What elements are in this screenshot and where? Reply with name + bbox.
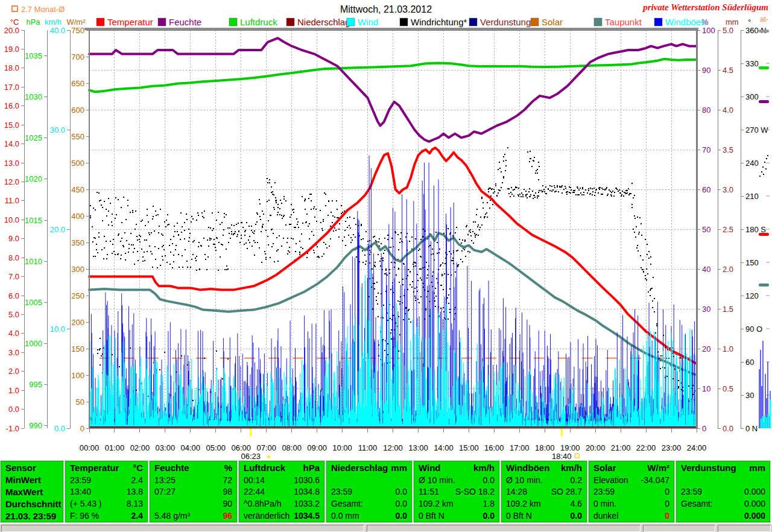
axis-tick-label: 20 [702,344,710,353]
table-cell-label: 23:59 [331,487,352,496]
table-row: F: 96 %2.4 [66,510,147,522]
table-cell-value: 0 [665,511,669,521]
table-header-name: Solar [593,463,616,473]
axis-tick-label: 8.0 [8,253,19,262]
edge-direction-dot [761,171,762,173]
station-name: private Wetterstation Süderlügum [642,2,768,12]
x-axis-label: 03:00 [156,443,176,452]
table-cell-value: 1034.5 [294,511,320,521]
axis-tick-label: 60 [702,185,710,194]
table-column-temperatur: Temperatur°C23:592.413:4013.8(+ 5.43 )8.… [65,461,148,522]
axis-tick-label: 1.0 [723,344,733,353]
axis-tick-label: 90 [702,66,710,75]
table-header: Windböenkm/h [502,461,586,474]
table-header: SolarW/m² [589,461,674,474]
status-segment [1,525,364,532]
table-cell-value: 2.4 [131,475,143,485]
axis-tick-label: 500 [71,159,84,168]
x-axis-label: 12:00 [383,443,403,452]
table-header: Verdunstungmm [677,461,770,474]
x-axis-label: 18:00 [535,443,555,452]
axis-tick-label: 60 [745,358,754,367]
x-axis-label: 10:00 [332,443,352,452]
edge-current-marker [759,30,769,33]
chart-title: Mittwoch, 21.03.2012 [340,4,432,14]
table-cell-label: 11:51 [419,487,439,496]
axis-tick-label: 450 [71,185,84,194]
table-row: 23:592.4 [66,474,147,486]
weather-station-window: 2.7 Monat-Ø Mittwoch, 21.03.2012 private… [0,0,772,532]
table-header: Windkm/h [414,461,499,474]
edge-direction-dot [765,168,767,169]
legend-item-windboeen: Windböen [665,17,706,27]
legend-swatch-verdunstung-icon [469,18,477,26]
sunrise-time-label: 06:23 [241,452,261,460]
axis-tick-label: 50 [76,397,84,407]
axis-tick-label: 1005 [25,298,42,307]
axis-tick-label: 550 [71,132,84,141]
table-cell-value: 1030.6 [294,475,320,485]
series-feuchte [89,38,697,142]
axis-tick-label: 300 [71,265,84,274]
legend-item-solar: Solar [542,17,563,27]
edge-direction-dot [764,162,765,163]
x-axis-label: 09:00 [307,443,327,452]
axis-tick-label: 0.0 [723,424,733,433]
table-row: 00:141030.6 [239,474,324,486]
axis-tick-label: 10.0 [4,215,19,224]
table-row: Gesamt:0.000 [677,498,770,510]
table-cell-label: 0.0 mm [331,511,359,521]
table-row: 109.2 km1.8 [414,498,499,510]
x-axis-label: 11:00 [358,443,378,452]
axis-tick-label: 3.0 [8,348,19,357]
axis-tick-label: 13.0 [4,159,19,168]
table-row: 0 Bft N0.0 [414,510,499,522]
table-row: 0.000 [677,510,770,522]
legend-swatch-temperatur-icon [96,18,104,26]
axis-tick-label: 330 [745,59,759,68]
table-cell-value: 0.0 [396,487,407,496]
x-axis-label: 22:00 [636,443,656,452]
table-cell-value: 4.6 [571,499,582,508]
table-row: 0 min.0 [589,498,674,510]
x-axis-label: 16:00 [484,443,504,452]
legend-swatch-windrichtung-icon [400,18,408,26]
axis-tick-label: 40 [702,265,710,274]
table-header-unit: km/h [473,463,495,473]
table-cell-value: 0.0 [396,511,407,521]
table-cell-value: -34.047 [641,475,669,485]
axis-tick-label: 18.0 [4,63,19,72]
x-axis-label: 01:00 [105,443,125,452]
sunset-square-icon [575,454,579,458]
table-cell-label: 07:27 [154,487,176,496]
legend-item-niederschlag: Niederschlag [297,17,350,27]
table-header-unit: hPa [303,463,320,473]
axis-tick-label: 2.0 [8,367,19,376]
axis-tick-label: 10.0 [50,325,65,334]
table-cell-value: 13.8 [127,487,143,496]
axis-tick-label: 750 [71,26,84,35]
axis-tick-label: 210 [745,192,759,201]
month-average-swatch-icon [12,6,17,11]
table-cell-label: dunkel [593,511,618,521]
axis-tick-label: 50 [702,225,710,234]
table-row: 5.48 g/m³96 [150,510,236,522]
month-average-label: 2.7 Monat-Ø [21,5,65,14]
table-row: 23:590.000 [677,486,770,498]
x-axis-label: 15:00 [459,443,479,452]
legend-item-temperatur: Temperatur [107,17,153,27]
axis-tick-label: 3.5 [723,145,733,154]
axis-tick-label: 14.0 [4,139,19,148]
table-cell-value: 0.000 [744,499,765,508]
table-cell-value: 0.0 [483,475,495,485]
table-row: 07:2798 [150,486,236,498]
status-segment [643,525,715,532]
axis-tick-label: 30.0 [50,125,65,135]
table-row: (+ 5.43 )8.13 [66,498,147,510]
status-segment [718,525,771,532]
edge-current-marker [759,100,769,103]
axis-tick-label: 10 [702,384,710,393]
table-header-name: Temperatur [70,463,119,473]
axis-tick-label: 80 [702,106,710,115]
axis-tick-label: 350 [71,238,84,247]
